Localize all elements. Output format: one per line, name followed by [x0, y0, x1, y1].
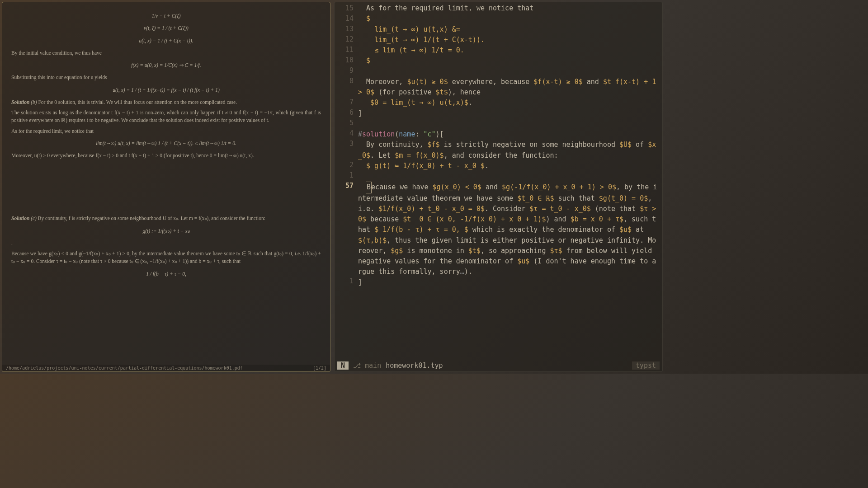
- filename: homework01.typ: [386, 361, 443, 370]
- line-number: 8: [335, 76, 354, 97]
- editor-statusbar: N ⎇ main homework01.typ typst: [335, 361, 662, 371]
- code-line[interactable]: $: [358, 14, 659, 24]
- pdf-para: .: [11, 239, 321, 247]
- pdf-content[interactable]: 1/v = t + C(ζ) v(t, ζ) = 1 / (t + C(ζ)) …: [2, 2, 330, 365]
- pdf-para: The solution exists as long as the denom…: [11, 109, 321, 125]
- code-line[interactable]: ]: [358, 277, 659, 288]
- line-number: 13: [335, 24, 354, 34]
- editor-pane[interactable]: 151413121110987654321571 As for the requ…: [334, 2, 663, 372]
- math-eq: 1/v = t + C(ζ): [11, 12, 321, 20]
- line-number: 11: [335, 45, 354, 55]
- pdf-para: Substituting this into our equation for …: [11, 74, 321, 81]
- line-number: 57: [335, 181, 354, 276]
- line-number: 7: [335, 97, 354, 108]
- pdf-page-indicator: [1/2]: [313, 366, 326, 371]
- pdf-preview-pane[interactable]: 1/v = t + C(ζ) v(t, ζ) = 1 / (t + C(ζ)) …: [2, 2, 330, 372]
- code-line[interactable]: ]: [358, 108, 659, 119]
- code-line[interactable]: Because we have $g(x_0) < 0$ and $g(-1/f…: [358, 182, 659, 277]
- git-branch: ⎇ main: [353, 361, 381, 370]
- solution-label: (b): [31, 99, 37, 105]
- filetype-indicator: typst: [632, 361, 660, 370]
- line-number: 2: [335, 160, 354, 170]
- pdf-para: By the initial value condition, we thus …: [11, 49, 321, 57]
- line-number: 9: [335, 66, 354, 76]
- line-number: 14: [335, 14, 354, 24]
- solution-text: By continuity, f is strictly negative on…: [38, 216, 265, 221]
- line-number: 1: [335, 170, 354, 181]
- code-line[interactable]: By continuity, $f$ is strictly negative …: [358, 140, 659, 161]
- code-area[interactable]: As for the required limit, we notice tha…: [358, 3, 662, 361]
- math-eq: v(t, ζ) = 1 / (t + C(ζ)): [11, 24, 321, 32]
- pdf-statusbar: /home/adrielus/projects/uni-notes/curren…: [2, 365, 330, 371]
- math-eq: lim(t→∞) u(t, x) = lim(t→∞) 1 / (t + C(x…: [11, 140, 321, 147]
- pdf-para: Moreover, u(t) ≥ 0 everywhere, because f…: [11, 152, 321, 160]
- pdf-para: As for the required limit, we notice tha…: [11, 127, 321, 135]
- solution-c: Solution (c) By continuity, f is strictl…: [11, 215, 321, 222]
- branch-icon: ⎇: [353, 361, 361, 370]
- code-line[interactable]: lim_(t → ∞) u(t,x) &=: [358, 24, 659, 35]
- code-line[interactable]: Moreover, $u(t) ≥ 0$ everywhere, because…: [358, 77, 659, 98]
- line-number: 3: [335, 139, 354, 160]
- code-line[interactable]: $: [358, 56, 659, 66]
- solution-b: Solution (b) For the 0 solution, this is…: [11, 99, 321, 106]
- code-line[interactable]: [358, 171, 659, 182]
- solution-head: Solution: [11, 99, 29, 105]
- math-eq: u(t, x) = 1 / (t + 1/f(x−t)) = f(x − t) …: [11, 86, 321, 94]
- solution-head: Solution: [11, 216, 29, 221]
- line-number-gutter: 151413121110987654321571: [335, 3, 358, 361]
- vim-mode-indicator: N: [337, 361, 349, 370]
- line-number: 12: [335, 34, 354, 45]
- solution-text: For the 0 solution, this is trivial. We …: [38, 99, 237, 105]
- split-container: 1/v = t + C(ζ) v(t, ζ) = 1 / (t + C(ζ)) …: [0, 0, 665, 374]
- branch-name: main: [365, 361, 381, 370]
- code-line[interactable]: [358, 119, 659, 129]
- code-line[interactable]: [358, 66, 659, 77]
- code-line[interactable]: ≤ lim_(t → ∞) 1/t = 0.: [358, 45, 659, 56]
- line-number: 4: [335, 128, 354, 139]
- pdf-path: /home/adrielus/projects/uni-notes/curren…: [6, 366, 243, 371]
- math-eq: f(x) = u(0, x) = 1/C(x) ⇒ C = 1/f.: [11, 61, 321, 69]
- code-line[interactable]: $0 = lim_(t → ∞) u(t,x)$.: [358, 98, 659, 108]
- code-line[interactable]: As for the required limit, we notice tha…: [358, 3, 659, 14]
- math-eq: 1 / f(b − τ) + τ = 0,: [11, 270, 321, 278]
- line-number: 5: [335, 118, 354, 128]
- code-line[interactable]: $ g(t) ≔ 1/f(x_0) + t - x_0 $.: [358, 161, 659, 171]
- code-line[interactable]: #solution(name: "c")[: [358, 129, 659, 140]
- line-number: 15: [335, 3, 354, 14]
- line-number: 10: [335, 55, 354, 66]
- code-line[interactable]: lim_(t → ∞) 1/(t + C(x-t)).: [358, 35, 659, 45]
- editor-content[interactable]: 151413121110987654321571 As for the requ…: [335, 2, 662, 361]
- pdf-para: Because we have g(x₀) < 0 and g(−1/f(x₀)…: [11, 250, 321, 266]
- line-number: 6: [335, 108, 354, 118]
- math-eq: u(t, x) = 1 / (t + C(x − t)).: [11, 37, 321, 45]
- line-number: 1: [335, 276, 354, 286]
- solution-label: (c): [31, 216, 37, 221]
- math-eq: g(t) := 1/f(x₀) + t − x₀: [11, 227, 321, 235]
